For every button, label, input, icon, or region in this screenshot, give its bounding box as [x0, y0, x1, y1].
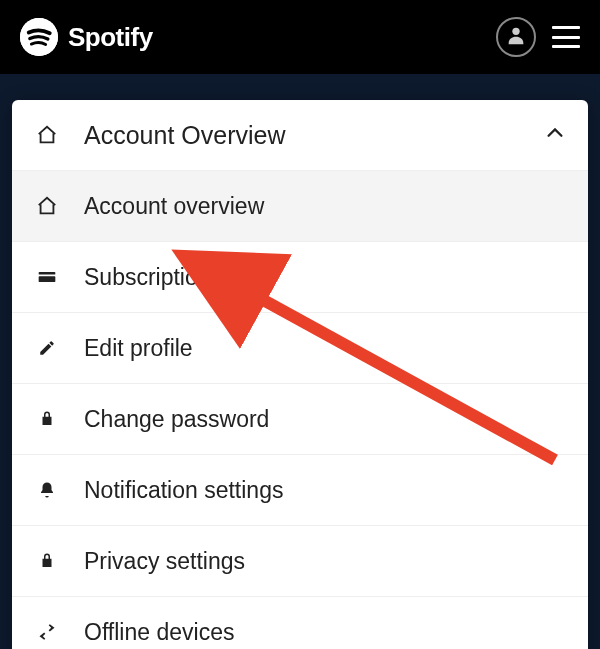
- menu-item-overview[interactable]: Account overview: [12, 171, 588, 242]
- menu-header[interactable]: Account Overview: [12, 100, 588, 171]
- menu-item-subscription[interactable]: Subscription: [12, 242, 588, 313]
- person-icon: [505, 24, 527, 50]
- home-icon: [34, 195, 60, 217]
- lock-icon: [34, 410, 60, 428]
- profile-button[interactable]: [496, 17, 536, 57]
- menu-header-label: Account Overview: [84, 121, 544, 150]
- menu-item-label: Privacy settings: [84, 548, 566, 575]
- hamburger-menu-icon[interactable]: [552, 26, 580, 48]
- menu-item-label: Change password: [84, 406, 566, 433]
- brand-name: Spotify: [68, 22, 153, 53]
- menu-item-notification-settings[interactable]: Notification settings: [12, 455, 588, 526]
- menu-item-offline-devices[interactable]: Offline devices: [12, 597, 588, 649]
- menu-item-label: Account overview: [84, 193, 566, 220]
- topbar: Spotify: [0, 0, 600, 74]
- chevron-up-icon: [544, 121, 566, 150]
- spotify-logo-icon: [20, 18, 58, 56]
- menu-item-label: Offline devices: [84, 619, 566, 646]
- menu-item-privacy-settings[interactable]: Privacy settings: [12, 526, 588, 597]
- svg-rect-3: [39, 276, 56, 282]
- account-menu: Account Overview Account overview Subscr…: [12, 100, 588, 649]
- bell-icon: [34, 481, 60, 499]
- swap-icon: [34, 622, 60, 642]
- menu-item-change-password[interactable]: Change password: [12, 384, 588, 455]
- card-icon: [34, 267, 60, 287]
- menu-item-label: Notification settings: [84, 477, 566, 504]
- pencil-icon: [34, 339, 60, 357]
- svg-rect-2: [39, 272, 56, 275]
- menu-item-label: Subscription: [84, 264, 566, 291]
- menu-item-label: Edit profile: [84, 335, 566, 362]
- svg-point-1: [512, 28, 519, 35]
- menu-item-edit-profile[interactable]: Edit profile: [12, 313, 588, 384]
- brand[interactable]: Spotify: [20, 18, 153, 56]
- home-icon: [34, 124, 60, 146]
- lock-icon: [34, 552, 60, 570]
